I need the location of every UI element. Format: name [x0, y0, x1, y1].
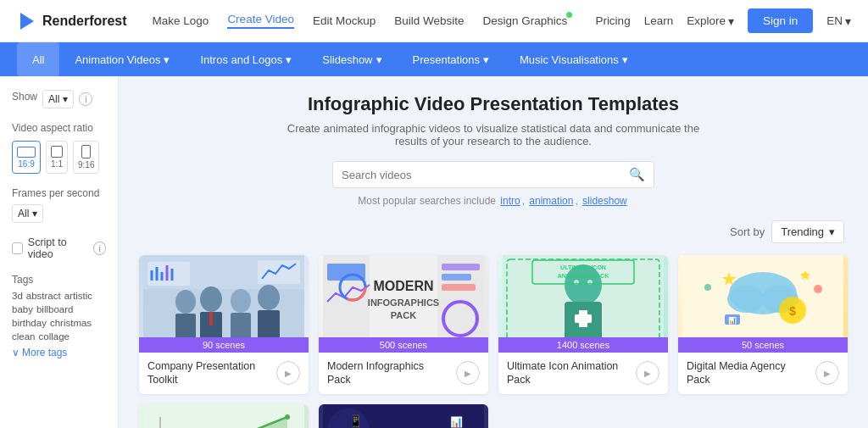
show-value: All — [48, 93, 59, 105]
svg-point-3 — [175, 290, 196, 314]
video-grid: 90 scenes Company Presentation Toolkit ▶ — [139, 255, 848, 428]
popular-intro[interactable]: intro — [500, 195, 520, 207]
video-thumb-2: ULTIMATE ICON ANIMATION PACK 1400 scenes — [498, 255, 668, 353]
tag-baby[interactable]: baby — [12, 304, 33, 314]
learn-link[interactable]: Learn — [644, 14, 674, 27]
svg-rect-26 — [442, 274, 471, 281]
play-btn-3[interactable]: ▶ — [815, 361, 839, 385]
svg-rect-18 — [258, 260, 300, 284]
tag-3d[interactable]: 3d — [12, 291, 23, 301]
subnav-intros-logos[interactable]: Intros and Logos ▾ — [185, 42, 307, 76]
tag-abstract[interactable]: abstract — [26, 291, 61, 301]
video-card-3[interactable]: $ 📊 Digital Media Agency Pack 50 scenes … — [678, 255, 848, 394]
svg-text:📊: 📊 — [728, 316, 737, 325]
video-card-2[interactable]: ULTIMATE ICON ANIMATION PACK 1400 scenes… — [498, 255, 668, 394]
scenes-badge-1: 500 scenes — [319, 337, 488, 353]
search-button[interactable]: 🔍 — [629, 167, 645, 182]
tag-artistic[interactable]: artistic — [64, 291, 92, 301]
sort-chevron-icon: ▾ — [829, 225, 835, 238]
page-title: Infographic Video Presentation Templates — [139, 93, 848, 115]
svg-rect-25 — [442, 264, 480, 270]
fps-row: All ▾ — [12, 204, 106, 223]
tag-clean[interactable]: clean — [12, 331, 36, 342]
aspect-16-9-icon — [17, 147, 36, 158]
aspect-1-1-icon — [51, 146, 63, 158]
script-info-icon[interactable]: i — [93, 242, 106, 255]
nav-create-video[interactable]: Create Video — [227, 13, 294, 29]
logo[interactable]: Renderforest — [17, 11, 127, 31]
language-selector[interactable]: EN ▾ — [826, 14, 851, 28]
sub-nav: All Animation Videos ▾ Intros and Logos … — [0, 42, 868, 76]
show-info-icon[interactable]: i — [79, 92, 92, 106]
video-card-0[interactable]: 90 scenes Company Presentation Toolkit ▶ — [139, 255, 309, 394]
subnav-animation-videos[interactable]: Animation Videos ▾ — [59, 42, 185, 76]
svg-text:PACK: PACK — [391, 310, 416, 320]
subnav-presentations[interactable]: Presentations ▾ — [398, 42, 505, 76]
more-tags-btn[interactable]: ∨ More tags — [12, 347, 106, 359]
show-chevron-icon: ▾ — [63, 93, 68, 105]
play-btn-2[interactable]: ▶ — [636, 361, 659, 385]
nav-edit-mockup[interactable]: Edit Mockup — [313, 14, 376, 27]
video-thumb-4: Jan Apr Jul Oct 120 scenes — [139, 404, 309, 429]
brand-name: Renderforest — [42, 14, 127, 29]
social-thumb-img: SEE THE BEST STATISTICS ABOUT SOCIAL MED… — [319, 404, 488, 429]
svg-point-9 — [258, 285, 280, 310]
signin-button[interactable]: Sign in — [748, 8, 813, 33]
subnav-presentations-label: Presentations — [413, 53, 481, 66]
video-info-1: Modern Infographics Pack ▶ — [319, 353, 488, 394]
sidebar: Show All ▾ i Video aspect ratio 16:9 1:1 — [0, 76, 119, 428]
tag-christmas[interactable]: christmas — [50, 318, 92, 328]
tag-collage[interactable]: collage — [39, 331, 70, 342]
video-card-1[interactable]: MODERN INFOGRAPHICS PACK 500 scenes Mode… — [319, 255, 488, 394]
more-tags-label: More tags — [22, 347, 67, 359]
tags-section: Tags 3d abstract artistic baby billboard… — [12, 274, 106, 359]
show-select[interactable]: All ▾ — [42, 90, 74, 108]
pricing-link[interactable]: Pricing — [595, 14, 630, 27]
video-card-4[interactable]: Jan Apr Jul Oct 120 scenes Green Chart V… — [139, 404, 309, 429]
aspect-ratio-section: Video aspect ratio 16:9 1:1 9:16 — [12, 122, 106, 174]
tag-birthday[interactable]: birthday — [12, 318, 47, 328]
aspect-16-9[interactable]: 16:9 — [12, 141, 41, 174]
nav-make-logo[interactable]: Make Logo — [153, 14, 209, 27]
nav-build-website[interactable]: Build Website — [394, 14, 464, 27]
video-card-5[interactable]: SEE THE BEST STATISTICS ABOUT SOCIAL MED… — [319, 404, 488, 429]
sort-row: Sort by Trending ▾ — [139, 220, 848, 243]
popular-animation[interactable]: animation — [529, 195, 573, 207]
show-label: Show — [12, 91, 37, 103]
aspect-9-16[interactable]: 9:16 — [73, 141, 99, 174]
green-chart-thumb-img: Jan Apr Jul Oct — [139, 404, 309, 429]
subnav-music[interactable]: Music Visualisations ▾ — [504, 42, 643, 76]
video-thumb-0: 90 scenes — [139, 255, 309, 353]
search-bar: 🔍 — [332, 161, 654, 188]
script-checkbox[interactable] — [12, 242, 23, 254]
popular-slideshow[interactable]: slideshow — [582, 195, 627, 207]
scenes-badge-0: 90 scenes — [139, 337, 309, 353]
svg-point-33 — [565, 264, 602, 305]
video-info-2: Ultimate Icon Animation Pack ▶ — [498, 353, 668, 394]
play-btn-0[interactable]: ▶ — [276, 361, 300, 385]
svg-marker-0 — [20, 13, 34, 30]
subnav-music-label: Music Visualisations — [520, 53, 619, 66]
aspect-1-1[interactable]: 1:1 — [46, 141, 68, 174]
subnav-intros-chevron-icon: ▾ — [286, 53, 292, 66]
subnav-slideshow-label: Slideshow — [322, 53, 372, 66]
tag-billboard[interactable]: billboard — [36, 304, 73, 314]
top-nav: Renderforest Make Logo Create Video Edit… — [0, 0, 868, 42]
fps-select[interactable]: All ▾ — [12, 204, 43, 223]
fps-section: Frames per second All ▾ — [12, 187, 106, 223]
subnav-slideshow[interactable]: Slideshow ▾ — [307, 42, 397, 76]
explore-chevron-icon: ▾ — [728, 14, 734, 28]
svg-point-45 — [727, 286, 765, 313]
svg-text:$: $ — [789, 304, 796, 318]
svg-text:INFOGRAPHICS: INFOGRAPHICS — [368, 297, 439, 308]
subnav-all[interactable]: All — [17, 42, 59, 76]
script-row: Script to video i — [12, 236, 106, 260]
video-info-3: Digital Media Agency Pack ▶ — [678, 353, 848, 394]
play-btn-1[interactable]: ▶ — [456, 361, 480, 385]
explore-dropdown[interactable]: Explore ▾ — [687, 14, 734, 28]
subnav-intros-label: Intros and Logos — [200, 53, 282, 66]
sort-select[interactable]: Trending ▾ — [771, 220, 844, 243]
nav-design-graphics[interactable]: Design Graphics — [483, 14, 568, 27]
search-input[interactable] — [342, 169, 629, 181]
svg-text:ULTIMATE ICON: ULTIMATE ICON — [560, 264, 606, 270]
